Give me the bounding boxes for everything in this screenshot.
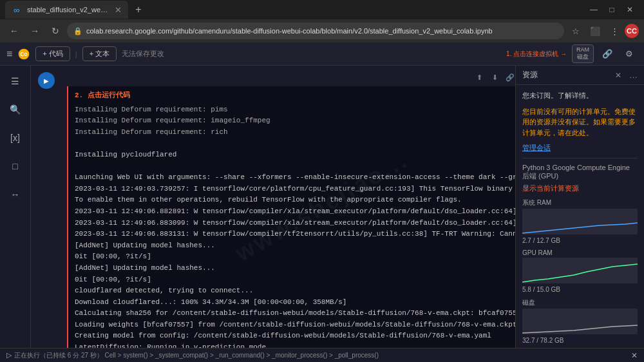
system-ram-label: 系统 RAM	[522, 198, 638, 207]
nav-bar: ← → ↻ 🔒 colab.research.google.com/github…	[0, 19, 644, 43]
gpu-ram-label: GPU RAM	[522, 249, 638, 256]
status-close-button[interactable]: ✕	[631, 351, 638, 360]
toolbar-settings-icon[interactable]: ⚙	[621, 46, 638, 62]
extension-button[interactable]: ⬛	[586, 22, 604, 40]
sidebar-files-icon[interactable]: □	[5, 156, 26, 176]
code-cell: ▶ ⬆ ⬇ 🔗 ⚙ 📋 🗑 ⋮ 2. 点击运行代码 Installing Def…	[31, 66, 515, 348]
disk-label: 磁盘	[522, 298, 638, 307]
output-line-4: Installing pycloudflared	[75, 149, 515, 161]
run-code-annotation: 2. 点击运行代码	[75, 90, 515, 102]
address-bar[interactable]: 🔒 colab.research.google.com/github/camen…	[67, 23, 564, 39]
disk-label-toolbar: 磁盘	[577, 53, 589, 61]
panel-close-button[interactable]: ✕	[615, 71, 621, 80]
save-status: 无法保存更改	[122, 49, 164, 59]
run-cell-button[interactable]: ▶	[38, 72, 55, 89]
output-line-12: 0it [00:00, ?it/s]	[75, 251, 515, 263]
gpu-ram-value: 5.8 / 15.0 GB	[522, 286, 638, 293]
output-line-blank1	[75, 138, 515, 149]
ram-label: RAM	[576, 46, 589, 53]
sidebar-variables-icon[interactable]: [x]	[5, 128, 26, 148]
disk-section: 磁盘 32.7 / 78.2 GB	[522, 298, 638, 344]
add-text-button[interactable]: + 文本	[82, 46, 117, 61]
maximize-button[interactable]: □	[603, 1, 621, 19]
notebook-area: ▶ ⬆ ⬇ 🔗 ⚙ 📋 🗑 ⋮ 2. 点击运行代码 Installing Def…	[31, 66, 515, 348]
output-line-10: 2023-03-11 12:49:06.883131: W tensorflow…	[75, 229, 515, 240]
close-window-button[interactable]: ✕	[621, 1, 639, 19]
status-right: ✕	[631, 351, 638, 360]
status-text: 正在执行（已持续 6 分 27 秒） Cell > system() > _sy…	[14, 351, 379, 360]
gpu-graph-line	[522, 264, 638, 282]
sidebar-sections-icon[interactable]: ↔	[5, 184, 26, 205]
runtime-title: Python 3 Google Compute Engine 后端 (GPU)	[522, 164, 638, 181]
browser-chrome: ∞ stable_diffusion_v2_webui_col... ✕ + —…	[0, 0, 644, 43]
output-line-1: Installing Deforum requirement: pims	[75, 104, 515, 116]
output-line-17: Calculating sha256 for /content/stable-d…	[75, 308, 515, 319]
panel-body: 您未订阅。了解详情。 您目前没有可用的计算单元。免费使用的资源并没有保证。如果需…	[516, 85, 644, 348]
colab-toolbar: ≡ Co + 代码 | + 文本 无法保存更改 1. 点击连接虚拟机 → RAM…	[0, 43, 644, 66]
system-ram-graph	[522, 209, 638, 234]
reload-button[interactable]: ↻	[46, 22, 64, 40]
display-resource-button[interactable]: 显示当前计算资源	[522, 184, 638, 193]
panel-title: 资源	[522, 70, 538, 81]
output-line-20: LatentDiffusion: Running in v-prediction…	[75, 342, 515, 348]
output-line-5: Launching Web UI with arguments: --share…	[75, 172, 515, 184]
new-tab-button[interactable]: +	[131, 2, 146, 17]
gpu-ram-graph	[522, 258, 638, 283]
panel-more-button[interactable]: …	[629, 70, 638, 80]
output-line-11: [AddNet] Updating model hashes...	[75, 240, 515, 252]
profile-icon[interactable]: CC	[625, 24, 639, 38]
forward-button[interactable]: →	[26, 22, 44, 40]
right-panel: 资源 ✕ … 您未订阅。了解详情。 您目前没有可用的计算单元。免费使用的资源并没…	[515, 66, 644, 348]
tab-close-button[interactable]: ✕	[115, 5, 122, 15]
output-area: 2. 点击运行代码 Installing Deforum requirement…	[67, 86, 515, 348]
move-down-icon[interactable]: ⬇	[488, 71, 501, 84]
tab-bar: ∞ stable_diffusion_v2_webui_col... ✕ + —…	[0, 0, 644, 19]
disk-value: 32.7 / 78.2 GB	[522, 337, 638, 344]
minimize-button[interactable]: —	[585, 1, 603, 19]
settings-button[interactable]: ⋮	[605, 22, 623, 40]
active-tab[interactable]: ∞ stable_diffusion_v2_webui_col... ✕	[5, 1, 128, 19]
output-line-9: 2023-03-11 12:49:06.883099: W tensorflow…	[75, 218, 515, 229]
output-line-13: [AddNet] Updating model hashes...	[75, 263, 515, 274]
lock-icon: 🔒	[73, 27, 82, 35]
toolbar-link-icon[interactable]: 🔗	[599, 46, 616, 62]
disk-graph-line	[522, 325, 638, 333]
nav-actions: ☆ ⬛ ⋮ CC	[567, 22, 639, 40]
warning-text: 您目前没有可用的计算单元。免费使用的资源并没有保证。如果需要更多计算单元，请在此…	[522, 106, 638, 138]
runtime-section: Python 3 Google Compute Engine 后端 (GPU) …	[522, 158, 638, 193]
move-up-icon[interactable]: ⬆	[473, 71, 486, 84]
output-line-2: Installing Deforum requirement: imageio_…	[75, 115, 515, 127]
output-line-18: Loading weights [bfcaf07557] from /conte…	[75, 319, 515, 331]
cell-content: ⬆ ⬇ 🔗 ⚙ 📋 🗑 ⋮ 2. 点击运行代码 Installing Defor…	[62, 68, 515, 348]
disk-graph	[522, 309, 638, 334]
cell-left: ▶	[31, 68, 62, 348]
manage-session-link[interactable]: 管理会话	[522, 144, 551, 151]
cell-toolbar: ⬆ ⬇ 🔗 ⚙ 📋 🗑 ⋮	[67, 71, 515, 84]
back-button[interactable]: ←	[5, 22, 23, 40]
url-text: colab.research.google.com/github/camendu…	[86, 27, 493, 35]
output-line-15: cloudflared detected, trying to connect.…	[75, 285, 515, 297]
output-line-14: 0it [00:00, ?it/s]	[75, 274, 515, 286]
toolbar-separator: |	[75, 50, 77, 58]
svg-text:Co: Co	[21, 51, 28, 57]
tab-colab-icon: ∞	[12, 5, 22, 15]
toolbar-menu-icon[interactable]: ≡	[6, 48, 12, 60]
ram-graph-line	[522, 223, 638, 233]
cell-link-icon[interactable]: 🔗	[504, 71, 515, 84]
window-controls: — □ ✕	[585, 1, 639, 19]
colab-logo-icon: Co	[17, 48, 30, 61]
add-code-button[interactable]: + 代码	[35, 46, 70, 61]
output-line-16: Download cloudflared...: 100% 34.3M/34.3…	[75, 297, 515, 309]
sidebar-search-icon[interactable]: 🔍	[5, 99, 26, 120]
main-layout: www.shejiao... ☰ 🔍 [x] □ ↔ ▶ ⬆ ⬇ 🔗 ⚙ 📋 🗑	[0, 66, 644, 348]
connect-annotation: 1. 点击连接虚拟机 →	[506, 50, 567, 59]
status-play-icon: ▷	[6, 351, 12, 359]
gpu-ram-section: GPU RAM 5.8 / 15.0 GB	[522, 249, 638, 293]
system-ram-bar	[522, 209, 638, 234]
ram-disk-display[interactable]: RAM 磁盘	[572, 44, 594, 63]
bookmark-button[interactable]: ☆	[567, 22, 585, 40]
tab-label: stable_diffusion_v2_webui_col...	[27, 6, 111, 14]
output-line-7: To enable them in other operations, rebu…	[75, 195, 515, 206]
sidebar-menu-icon[interactable]: ☰	[5, 71, 26, 91]
subscription-text: 您未订阅。了解详情。	[522, 90, 638, 101]
